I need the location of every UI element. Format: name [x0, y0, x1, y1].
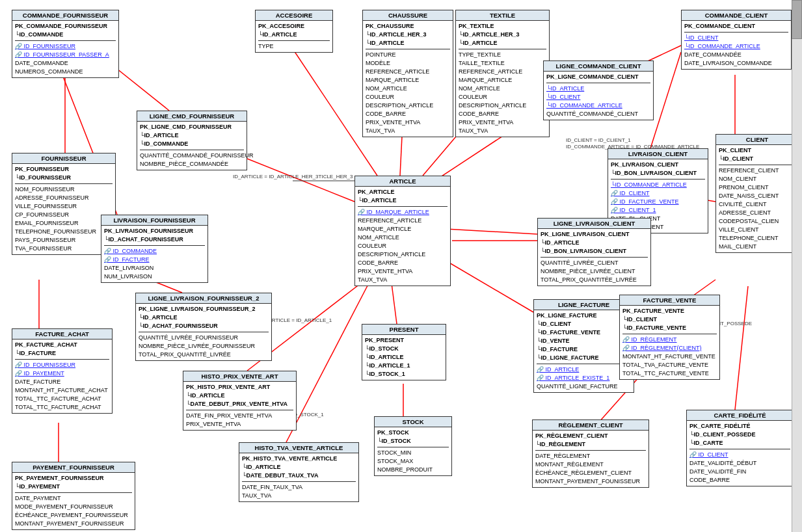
field-row: TELEPHONE_CLIENT: [719, 234, 795, 243]
field-row: QUANTITÉ_LIGNE_FACTURE: [537, 382, 631, 391]
entity-present: PRESENT PK_PRESENT └ID_STOCK └ID_ARTICLE…: [362, 324, 446, 380]
entity-body: PK_TEXTILE └ID_ARTICLE_HER_3 └ID_ARTICLE…: [456, 21, 549, 137]
field-row: QUANTITÉ_LIVRÉE_FOURNISSEUR: [139, 334, 269, 342]
entity-title: PRESENT: [362, 325, 446, 335]
fk-row: 🔗 ID_CLIENT: [689, 451, 790, 459]
entity-title: CARTE_FIDÉLITÉ: [687, 410, 793, 421]
scrollbar-thumb[interactable]: [792, 0, 802, 39]
field-row: NUM_LIVRAISON: [104, 273, 205, 281]
field-row: MAIL_CLIENT: [719, 243, 795, 251]
field-row: NOM_ARTICLE: [358, 233, 448, 242]
pk-row: └ID_FACTURE: [15, 349, 109, 358]
pk-row: PK_ACCESOIRE: [258, 22, 330, 31]
field-row: NUMEROS_COMMANDE: [15, 68, 116, 76]
pk-row: └ID_ARTICLE: [258, 31, 330, 39]
pk-row: └ID_ARTICLE: [139, 313, 269, 322]
field-row: PRIX_VENTE_HTVA: [459, 118, 546, 127]
field-row: CODE_BARRE: [459, 110, 546, 118]
field-row: TVA_FOURNISSEUR: [15, 245, 113, 253]
pk-row: └ID_FACTURE_VENTE: [622, 324, 717, 332]
pk-row: PK_HISTO_PRIX_VENTE_ART: [186, 383, 293, 392]
pk-row: └ID_ARTICLE: [358, 196, 448, 205]
fk-row: 🔗 ID_FOURNISSEUR: [15, 361, 109, 369]
field-row: DESCRIPTION_ARTICLE: [459, 101, 546, 110]
pk-row: PK_FACTURE_VENTE: [622, 307, 717, 315]
field-row: DATE_FACTURE: [15, 378, 109, 386]
entity-title: RÈGLEMENT_CLIENT: [533, 420, 648, 431]
entity-title: LIVRAISON_CLIENT: [608, 149, 708, 159]
field-row: DATE_RÈGLEMENT: [535, 452, 646, 460]
fk-row: 🔗 ID_FOURNISSEUR: [15, 42, 116, 51]
pk-row: PK_PRESENT: [365, 336, 443, 345]
fk-row: 🔗 ID_FACTURE_VENTE: [611, 198, 705, 206]
field-row: TAILLE_TEXTILE: [459, 59, 546, 68]
pk-row: └ID_CARTE: [689, 439, 790, 447]
field-row: MODÈLE: [366, 59, 450, 68]
field-row: QUANTITÉ_LIVRÉE_CLIENT: [541, 259, 648, 267]
field-row: STOCK_MAX: [377, 457, 449, 466]
fk-row: 🔗 ID_CLIENT_1: [611, 206, 705, 215]
fk-row: └ID_COMMANDE_ARTICLE: [684, 42, 788, 51]
entity-title: ACCESOIRE: [256, 10, 332, 21]
entity-ligne-commande-client: LIGNE_COMMANDE_CLIENT PK_LIGNE_COMMANDE_…: [543, 60, 654, 120]
field-row: NOMBRE_PIÈCE_LIVRÉE_FOURNISSEUR: [139, 342, 269, 351]
entity-ligne-cmd-fournisseur: LIGNE_CMD_FOURNISSEUR PK_LIGNE_CMD_FOURN…: [137, 111, 247, 170]
pk-row: └ID_CLIENT: [537, 320, 631, 328]
fk-row: 🔗 ID_COMMANDE: [104, 247, 205, 256]
field-row: ÉCHÉANCE_RÈGLEMENT_CLIENT: [535, 469, 646, 477]
entity-title: PAYEMENT_FOURNISSEUR: [12, 462, 135, 473]
fk-row: 🔗 ID_FOURNISSEUR_PASSER_A: [15, 51, 116, 59]
pk-row: └ID_BON_LIVRAISON_CLIENT: [611, 169, 705, 178]
entity-body: PK_STOCK └ID_STOCK STOCK_MIN STOCK_MAX N…: [375, 427, 451, 475]
field-row: NOM_ARTICLE: [459, 85, 546, 93]
fk-row: 🔗 ID_CLIENT: [611, 189, 705, 198]
entity-stock: STOCK PK_STOCK └ID_STOCK STOCK_MIN STOCK…: [374, 416, 452, 476]
entity-body: PK_COMMANDE_CLIENT └ID_CLIENT └ID_COMMAN…: [682, 21, 791, 69]
pk-row: PK_FACTURE_ACHAT: [15, 341, 109, 349]
field-row: QUANTITÉ_COMMANDÉ_FOURNISSEUR: [140, 152, 244, 160]
pk-row: └ID_ARTICLE: [365, 353, 443, 362]
field-row: TOTAL_TTC_FACTURE_ACHAT: [15, 395, 109, 403]
pk-row: PK_LIGNE_CMD_FOURNISSEUR: [140, 123, 244, 131]
scrollbar[interactable]: [792, 0, 802, 532]
field-row: MONTANT_HT_FACTURE_VENTE: [622, 352, 717, 361]
entity-body: PK_LIGNE_LIVRAISON_CLIENT └ID_ARTICLE └I…: [538, 229, 650, 286]
entity-facture-vente: FACTURE_VENTE PK_FACTURE_VENTE └ID_CLIEN…: [619, 295, 720, 380]
entity-title: HISTO_TVA_VENTE_ARTICLE: [239, 443, 358, 453]
field-row: ADRESSE_CLIENT: [719, 209, 795, 217]
entity-title: LIGNE_CMD_FOURNISSEUR: [137, 111, 247, 122]
entity-title: HISTO_PRIX_VENTE_ART: [183, 371, 296, 382]
pk-row: └ID_RÈGLEMENT: [535, 440, 646, 449]
pk-row: └ID_COMMANDE: [140, 140, 244, 148]
field-row: DATE_VALIDITÉ_DÉBUT: [689, 459, 790, 468]
entity-title: LIGNE_LIVRAISON_CLIENT: [538, 219, 650, 229]
pk-row: PK_ARTICLE: [358, 188, 448, 196]
svg-line-9: [286, 273, 374, 442]
pk-row: PK_COMMANDE_CLIENT: [684, 22, 788, 31]
field-row: DATE_COMMANDÉE: [684, 51, 788, 59]
pk-row: PK_LIGNE_FACTURE: [537, 312, 631, 320]
pk-row: PK_LIVRAISON_FOURNISSEUR: [104, 227, 205, 235]
entity-body: PK_PRESENT └ID_STOCK └ID_ARTICLE └ID_ART…: [362, 335, 446, 380]
diagram-canvas: ID_ARTICLE = ID_ARTICLE_HER_3TICLE_HER_3…: [0, 0, 802, 532]
field-row: DATE_FIN_TAUX_TVA: [242, 483, 356, 492]
field-row: MONTANT_RÈGLEMENT: [535, 460, 646, 469]
pk-row: PK_CLIENT: [719, 146, 795, 155]
entity-accesoire: ACCESOIRE PK_ACCESOIRE └ID_ARTICLE TYPE: [255, 10, 333, 53]
field-row: COULEUR: [358, 242, 448, 250]
pk-row: PK_LIVRAISON_CLIENT: [611, 161, 705, 169]
field-row: NOMBRE_PIÈCE_LIVRÉE_CLIENT: [541, 267, 648, 276]
pk-row: └ID_ARTICLE: [366, 39, 450, 47]
pk-row: └ID_ACHAT_FOURNISSEUR: [104, 235, 205, 244]
field-row: NOMBRE_PIÈCE_COMMANDÉE: [140, 160, 244, 168]
fk-row: └ID_COMMANDE_ARTICLE: [546, 101, 650, 110]
entity-carte-fidelite: CARTE_FIDÉLITÉ PK_CARTE_FIDÉLITÉ └ID_CLI…: [686, 410, 794, 486]
field-row: REFERENCE_ARTICLE: [459, 68, 546, 76]
svg-text:ID_ARTICLE = ID_ARTICLE_HER_3T: ID_ARTICLE = ID_ARTICLE_HER_3TICLE_HER_3: [233, 174, 353, 180]
pk-row: └ID_STOCK: [365, 345, 443, 353]
field-row: TOTAL_PRIX_QUANTITÉE_LIVRÉE: [541, 276, 648, 284]
entity-commande-client: COMMANDE_CLIENT PK_COMMANDE_CLIENT └ID_C…: [681, 10, 792, 70]
pk-row: └ID_STOCK_1: [365, 370, 443, 379]
fk-row: 🔗 ID_RÈGLEMENT(CLIENT): [622, 344, 717, 352]
pk-row: └ID_ARTICLE: [541, 239, 648, 247]
